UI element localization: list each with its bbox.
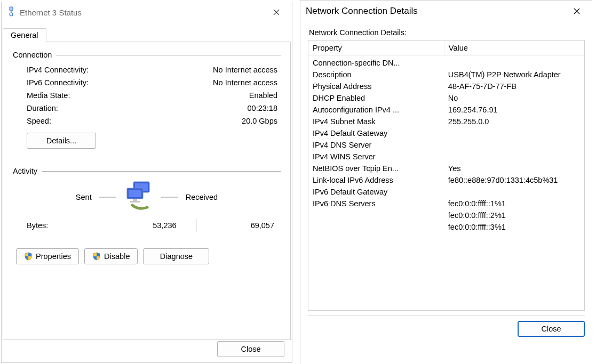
- action-buttons: Properties Disable Diagnose: [13, 248, 281, 264]
- col-property[interactable]: Property: [308, 41, 444, 55]
- details-title: Network Connection Details: [306, 6, 418, 17]
- listview-row[interactable]: IPv6 DNS Serversfec0:0:0:ffff::1%1: [308, 198, 584, 209]
- col-value[interactable]: Value: [444, 41, 584, 55]
- media-value: Enabled: [249, 91, 277, 100]
- cell-value: [444, 57, 584, 69]
- row-bytes: Bytes: 53,236 69,057: [27, 219, 281, 232]
- status-title-text: Ethernet 3 Status: [20, 8, 82, 17]
- status-tabpage: Connection IPv4 Connectivity: No Interne…: [3, 42, 291, 340]
- cell-value: 169.254.76.91: [444, 104, 584, 116]
- details-titlebar: Network Connection Details: [300, 1, 592, 22]
- cell-value: Yes: [444, 163, 584, 174]
- sent-label: Sent: [76, 193, 92, 201]
- details-close-button[interactable]: [567, 3, 587, 19]
- diagnose-button-label: Diagnose: [160, 252, 193, 261]
- cell-property: Link-local IPv6 Address: [308, 174, 444, 186]
- listview-row[interactable]: NetBIOS over Tcpip En...Yes: [308, 163, 584, 174]
- cell-property: Description: [308, 69, 444, 80]
- speed-label: Speed:: [27, 117, 51, 125]
- row-media: Media State: Enabled: [13, 89, 281, 102]
- cell-property: IPv4 Default Gateway: [308, 127, 444, 139]
- cell-value: fec0:0:0:ffff::1%1: [444, 198, 584, 209]
- duration-label: Duration:: [27, 104, 58, 112]
- details-title-text: Network Connection Details: [306, 6, 418, 17]
- row-duration: Duration: 00:23:18: [13, 102, 281, 115]
- group-connection: Connection: [13, 51, 281, 59]
- diagnose-button[interactable]: Diagnose: [143, 248, 209, 264]
- media-label: Media State:: [27, 91, 70, 100]
- svg-rect-8: [129, 190, 141, 197]
- cell-property: NetBIOS over Tcpip En...: [308, 163, 444, 174]
- cell-value: [444, 186, 584, 198]
- properties-button[interactable]: Properties: [16, 248, 79, 264]
- received-label: Received: [186, 193, 218, 201]
- listview-row[interactable]: Link-local IPv6 Addressfe80::e88e:97d0:1…: [308, 174, 584, 186]
- listview-rows: Connection-specific DN...DescriptionUSB4…: [308, 56, 584, 234]
- cell-property: IPv6 DNS Servers: [308, 198, 444, 209]
- listview-row[interactable]: DHCP EnabledNo: [308, 92, 584, 104]
- speed-value: 20.0 Gbps: [242, 117, 277, 125]
- ipv6-value: No Internet access: [213, 78, 277, 87]
- bytes-sent: 53,236: [111, 221, 195, 230]
- divider: [99, 197, 116, 198]
- details-button[interactable]: Details...: [27, 133, 96, 149]
- details-close-dialog-button[interactable]: Close: [518, 321, 585, 337]
- listview-row[interactable]: IPv4 DNS Server: [308, 139, 584, 151]
- network-details-dialog: Network Connection Details Network Conne…: [300, 0, 592, 364]
- listview-row[interactable]: IPv4 Default Gateway: [308, 127, 584, 139]
- cell-value: fec0:0:0:ffff::2%1: [444, 209, 584, 221]
- ipv4-value: No Internet access: [213, 66, 277, 74]
- listview-row[interactable]: Connection-specific DN...: [308, 57, 584, 69]
- cell-value: [444, 139, 584, 151]
- listview-row[interactable]: IPv4 WINS Server: [308, 151, 584, 163]
- details-button-label: Details...: [46, 136, 76, 145]
- cell-property: IPv4 WINS Server: [308, 151, 444, 163]
- details-body: Network Connection Details: Property Val…: [300, 22, 592, 337]
- tab-general-label: General: [11, 31, 38, 39]
- svg-rect-10: [130, 201, 140, 203]
- group-connection-label: Connection: [13, 51, 52, 59]
- svg-point-1: [10, 13, 13, 16]
- details-close-label: Close: [541, 325, 561, 333]
- status-titlebar: Ethernet 3 Status: [2, 2, 292, 23]
- col-property-label: Property: [313, 44, 342, 52]
- cell-property: IPv4 DNS Server: [308, 139, 444, 151]
- properties-button-label: Properties: [36, 252, 71, 261]
- status-close-button[interactable]: [266, 4, 287, 20]
- disable-button-label: Disable: [104, 252, 130, 261]
- cell-value: fe80::e88e:97d0:1331:4c5b%31: [444, 174, 584, 186]
- svg-rect-0: [10, 7, 13, 11]
- listview-row[interactable]: IPv6 Default Gateway: [308, 186, 584, 198]
- divider: [42, 171, 281, 172]
- details-section-label: Network Connection Details:: [309, 28, 584, 37]
- details-listview[interactable]: Property Value Connection-specific DN...…: [308, 40, 585, 311]
- cell-property: DHCP Enabled: [308, 92, 444, 104]
- cell-property: [308, 209, 444, 221]
- cell-property: IPv4 Subnet Mask: [308, 116, 444, 127]
- group-activity-label: Activity: [13, 167, 37, 175]
- listview-row[interactable]: IPv4 Subnet Mask255.255.0.0: [308, 116, 584, 127]
- cell-property: Connection-specific DN...: [308, 57, 444, 69]
- tab-general[interactable]: General: [3, 28, 46, 42]
- status-close-dialog-button[interactable]: Close: [217, 341, 284, 357]
- ethernet-status-dialog: Ethernet 3 Status General Connection IPv…: [1, 2, 292, 363]
- divider: [56, 55, 281, 55]
- listview-row[interactable]: Autoconfiguration IPv4 ...169.254.76.91: [308, 104, 584, 116]
- listview-row[interactable]: fec0:0:0:ffff::2%1: [308, 209, 584, 221]
- computers-icon: [124, 181, 154, 213]
- status-close-label: Close: [241, 345, 260, 353]
- listview-row[interactable]: fec0:0:0:ffff::3%1: [308, 221, 584, 233]
- ipv6-label: IPv6 Connectivity:: [27, 78, 89, 87]
- listview-row[interactable]: DescriptionUSB4(TM) P2P Network Adapter: [308, 69, 584, 80]
- cell-value: fec0:0:0:ffff::3%1: [444, 221, 584, 233]
- cell-value: [444, 151, 584, 163]
- row-ipv6: IPv6 Connectivity: No Internet access: [13, 76, 281, 89]
- col-value-label: Value: [449, 44, 468, 52]
- disable-button[interactable]: Disable: [84, 248, 138, 264]
- listview-row[interactable]: Physical Address48-AF-75-7D-77-FB: [308, 80, 584, 92]
- svg-rect-9: [133, 199, 137, 201]
- duration-value: 00:23:18: [248, 104, 277, 112]
- uac-shield-icon: [92, 252, 101, 261]
- divider: [308, 315, 585, 316]
- cell-value: 255.255.0.0: [444, 116, 584, 127]
